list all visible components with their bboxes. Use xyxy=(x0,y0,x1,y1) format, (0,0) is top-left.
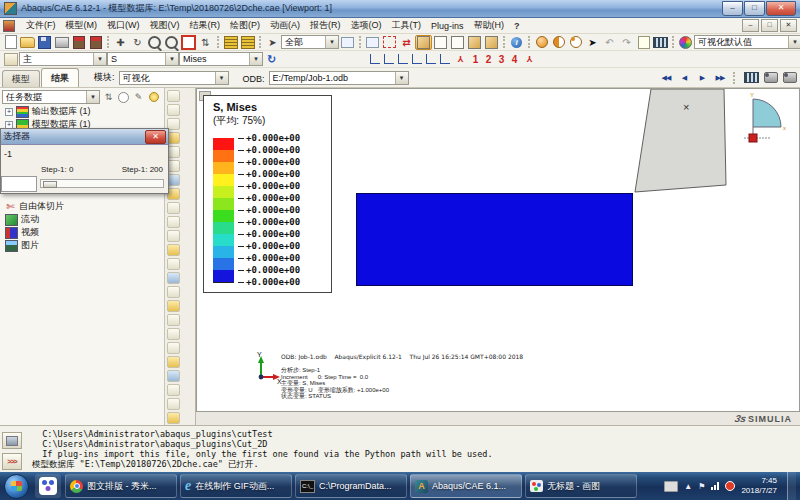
view-right-icon[interactable] xyxy=(438,53,452,65)
taskbar-button-ie[interactable]: e 在线制作 GIF动画... xyxy=(180,474,292,498)
taskbar-button-browser[interactable]: 图文排版 - 秀米... xyxy=(65,474,177,498)
chevron-down-icon[interactable] xyxy=(395,72,408,84)
render-beam-icon[interactable] xyxy=(222,35,239,50)
chevron-down-icon[interactable] xyxy=(215,72,228,84)
taskbar-button-paint[interactable]: 无标题 - 画图 xyxy=(525,474,637,498)
title-bar[interactable]: Abaqus/CAE 6.12-1 - 模型数据库: E:\Temp\20180… xyxy=(0,0,800,18)
toolbox-icon[interactable] xyxy=(167,370,180,382)
toolbox-icon[interactable] xyxy=(167,328,180,340)
history-icon[interactable] xyxy=(117,91,130,103)
chevron-down-icon[interactable] xyxy=(86,91,99,103)
save-icon[interactable] xyxy=(36,35,53,50)
toolbox-icon[interactable] xyxy=(167,230,180,242)
context-help-icon[interactable]: ? xyxy=(509,21,525,31)
rotate-icon[interactable]: ↻ xyxy=(129,35,146,50)
tips-icon[interactable] xyxy=(147,91,160,103)
pinned-app-button[interactable] xyxy=(35,474,61,498)
menu-report[interactable]: 报告(R) xyxy=(305,19,346,32)
viewport-canvas[interactable]: S, Mises (平均: 75%) xyxy=(196,88,800,412)
contour-node-icon[interactable] xyxy=(567,35,584,50)
color-code-icon[interactable] xyxy=(677,35,694,50)
view-1-button[interactable]: 1 xyxy=(469,54,482,65)
kernel-cli-tab[interactable]: >>> xyxy=(2,453,22,470)
tab-results[interactable]: 结果 xyxy=(41,68,79,87)
frame-selector-dialog[interactable]: 选择器 ✕ -1 Step-1: 0 Step-1: 200 xyxy=(0,128,169,194)
next-frame-button[interactable]: ▶ xyxy=(694,71,710,84)
close-button[interactable]: ✕ xyxy=(766,1,796,16)
menu-tools[interactable]: 工具(T) xyxy=(387,19,427,32)
magnify-icon[interactable] xyxy=(146,35,163,50)
chevron-down-icon[interactable] xyxy=(93,53,106,65)
refresh-icon[interactable]: ↻ xyxy=(263,52,280,67)
box-zoom-icon[interactable] xyxy=(163,35,180,50)
frame-slider-handle[interactable] xyxy=(43,181,57,188)
info-icon[interactable]: i xyxy=(508,35,525,50)
fit-view-icon[interactable] xyxy=(180,35,197,50)
message-log-tab[interactable] xyxy=(2,432,22,449)
select-cursor-icon[interactable]: ➤ xyxy=(264,35,281,50)
probe-arrow-icon[interactable]: ➤ xyxy=(584,35,601,50)
mdi-close-button[interactable]: ✕ xyxy=(780,19,797,32)
tab-model[interactable]: 模型 xyxy=(2,70,40,87)
view-4-button[interactable]: 4 xyxy=(508,54,521,65)
tree-item-images[interactable]: 图片 xyxy=(0,239,164,252)
odb-combo[interactable]: E:/Temp/Job-1.odb xyxy=(269,71,409,85)
print-icon[interactable] xyxy=(53,35,70,50)
dialog-close-button[interactable]: ✕ xyxy=(145,130,166,144)
mdi-minimize-button[interactable]: – xyxy=(742,19,759,32)
toolbox-icon[interactable] xyxy=(167,272,180,284)
show-hidden-icons[interactable]: ▲ xyxy=(684,482,692,491)
toolbox-icon[interactable] xyxy=(167,384,180,396)
show-desktop-button[interactable] xyxy=(787,472,796,500)
menu-view[interactable]: 视图(V) xyxy=(145,19,185,32)
view-left-icon[interactable] xyxy=(424,53,438,65)
view-iso-icon[interactable]: Y xyxy=(452,52,469,67)
input-indicator-icon[interactable] xyxy=(664,481,678,492)
menu-help[interactable]: 帮助(H) xyxy=(469,19,510,32)
sort-icon[interactable]: ⇅ xyxy=(102,91,115,103)
chevron-down-icon[interactable] xyxy=(325,36,338,48)
toolbox-icon[interactable] xyxy=(167,300,180,312)
toolbox-icon[interactable] xyxy=(167,104,180,116)
snapshot-icon[interactable] xyxy=(762,70,779,85)
menu-result[interactable]: 结果(R) xyxy=(185,19,226,32)
network-icon[interactable] xyxy=(711,482,719,490)
dialog-frame-input[interactable] xyxy=(1,176,37,192)
menu-animate[interactable]: 动画(A) xyxy=(265,19,305,32)
display-group-icon[interactable] xyxy=(381,35,398,50)
module-combo[interactable]: 可视化 xyxy=(119,71,229,85)
pan-icon[interactable]: ✚ xyxy=(112,35,129,50)
tree-item-free-body-cuts[interactable]: ✄ 自由体切片 xyxy=(0,200,164,213)
view-top-icon[interactable] xyxy=(396,53,410,65)
filled-render-icon[interactable] xyxy=(483,35,500,50)
view-compass[interactable]: Y x xyxy=(744,91,790,149)
previous-frame-button[interactable]: ◀ xyxy=(676,71,692,84)
chevron-down-icon[interactable] xyxy=(249,53,262,65)
toolbox-icon[interactable] xyxy=(167,398,180,410)
toolbox-icon[interactable] xyxy=(167,244,180,256)
shaded-render-icon[interactable] xyxy=(466,35,483,50)
toolbox-icon[interactable] xyxy=(167,286,180,298)
menu-options[interactable]: 选项(O) xyxy=(346,19,387,32)
menu-file[interactable]: 文件(F) xyxy=(21,19,61,32)
color-defaults-combo[interactable]: 可视化默认值 xyxy=(694,35,800,49)
minimize-button[interactable]: – xyxy=(722,1,743,16)
view-front-icon[interactable] xyxy=(368,53,382,65)
hidden-render-icon[interactable] xyxy=(449,35,466,50)
render-beam-profile-icon[interactable] xyxy=(239,35,256,50)
last-frame-button[interactable]: ▶▶ xyxy=(712,71,728,84)
cutting-tool[interactable] xyxy=(635,89,726,192)
toolbox-icon[interactable] xyxy=(167,202,180,214)
toolbox-icon[interactable] xyxy=(167,412,180,424)
tree-item-streams[interactable]: 流动 xyxy=(0,213,164,226)
toolbox-icon[interactable] xyxy=(167,90,180,102)
action-center-icon[interactable]: ⚑ xyxy=(698,482,705,491)
clipboard-icon[interactable] xyxy=(635,35,652,50)
view-3-button[interactable]: 3 xyxy=(495,54,508,65)
selection-scope-combo[interactable]: 全部 xyxy=(281,35,339,49)
frame-selector-icon[interactable] xyxy=(743,70,760,85)
volume-icon[interactable] xyxy=(725,481,735,491)
animation-options-icon[interactable] xyxy=(652,35,669,50)
toolbox-icon[interactable] xyxy=(167,258,180,270)
chevron-down-icon[interactable] xyxy=(165,53,178,65)
